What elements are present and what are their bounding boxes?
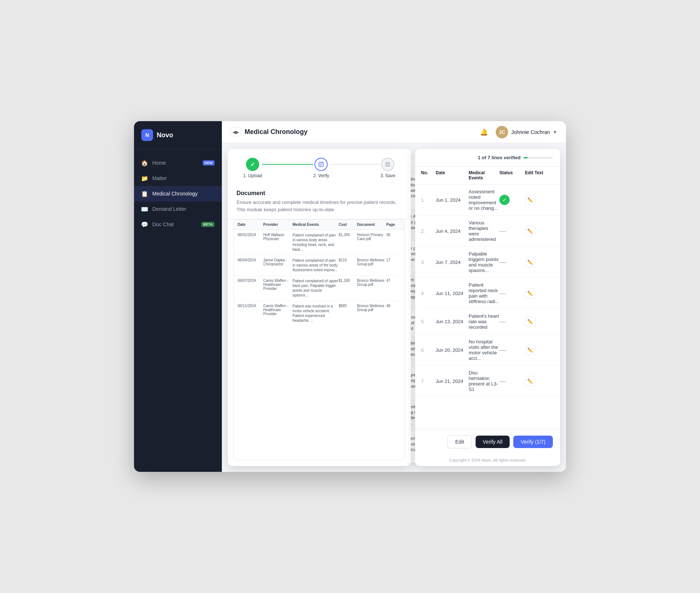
sidebar-item-matter[interactable]: 📁 Matter: [134, 171, 222, 186]
step-upload-label: 1. Upload: [243, 173, 262, 178]
step-verify-circle: [314, 158, 328, 171]
row-edit-icon[interactable]: ✏️: [525, 288, 535, 298]
verify-table-header: No. Date Medical Events Status Edit Text: [415, 167, 560, 184]
edit-button[interactable]: Edit: [447, 435, 472, 448]
table-row: 1. Jun 1, 2024 Assessment noted improvem…: [415, 184, 560, 216]
content-area: Date Provider Medical Events Cost Docume…: [222, 143, 566, 471]
mini-table-preview: Date Provider Medical Events Cost Docume…: [234, 219, 405, 460]
list-item: 06/07/2024 Camis Waffen - Healthcare Pro…: [234, 276, 405, 301]
table-row: 5. Jun 13, 2024 Patient's heart rate was…: [415, 309, 560, 335]
status-cell: —: [499, 346, 525, 354]
app-container: N Novo 🏠 Home NEW 📁 Matter 📋 Medical Chr…: [134, 121, 566, 471]
status-cell: ✓: [499, 195, 525, 205]
step-save: 3. Save: [380, 158, 395, 178]
row-date: Jun 7, 2024: [436, 260, 469, 265]
mini-table-body: 06/01/2024 Hoff Wallace- Physician Patie…: [234, 230, 405, 326]
row-event: Various therapies were administered: [469, 220, 499, 242]
row-edit-icon[interactable]: ✏️: [525, 376, 535, 386]
topbar-right: 🔔 JC Johnnie Cochran ▼: [478, 126, 557, 138]
step-verify-label: 2. Verify: [313, 173, 329, 178]
step-connector-2: [329, 164, 380, 165]
row-date: Jun 21, 2024: [436, 378, 469, 384]
sidebar-item-label: Demand Letter: [152, 206, 186, 212]
row-edit-icon[interactable]: ✏️: [525, 226, 535, 236]
row-event: No hospital visits after the motor vehic…: [469, 339, 499, 361]
document-title: Document: [237, 190, 402, 197]
sidebar-item-doc-chat[interactable]: 💬 Doc Chat BETA: [134, 217, 222, 232]
step-upload: ✓ 1. Upload: [243, 158, 262, 178]
step-connector-1: [262, 164, 313, 165]
verify-count-button[interactable]: Verify (1/7): [513, 436, 553, 448]
demand-letter-icon: ✉️: [141, 206, 148, 212]
new-badge: NEW: [203, 160, 215, 165]
progress-bar: [524, 157, 553, 158]
row-number: 5.: [421, 319, 436, 324]
status-pending-icon: —: [499, 227, 506, 235]
stepper: ✓ 1. Upload: [228, 149, 411, 184]
verify-table: No. Date Medical Events Status Edit Text…: [415, 167, 560, 429]
status-pending-icon: —: [499, 318, 506, 325]
verify-all-button[interactable]: Verify All: [476, 436, 510, 448]
beta-badge: BETA: [201, 222, 215, 227]
table-row: 4. Jun 11, 2024 Patient reported neck pa…: [415, 278, 560, 309]
home-icon: 🏠: [141, 160, 148, 166]
verify-table-body: 1. Jun 1, 2024 Assessment noted improvem…: [415, 184, 560, 397]
row-number: 1.: [421, 197, 436, 203]
table-row: 7. Jun 21, 2024 Disc herniation present …: [415, 366, 560, 397]
row-date: Jun 1, 2024: [436, 197, 469, 203]
user-info[interactable]: JC Johnnie Cochran ▼: [496, 126, 557, 138]
doc-chat-icon: 💬: [141, 221, 148, 228]
table-row: 6. Jun 20, 2024 No hospital visits after…: [415, 335, 560, 366]
row-number: 6.: [421, 347, 436, 353]
sidebar-logo: N Novo: [134, 121, 222, 149]
sidebar-item-home[interactable]: 🏠 Home NEW: [134, 155, 222, 171]
table-row: 2. Jun 4, 2024 Various therapies were ad…: [415, 216, 560, 247]
row-edit-icon[interactable]: ✏️: [525, 257, 535, 267]
topbar: ◀▶ Medical Chronology 🔔 JC Johnnie Cochr…: [222, 121, 566, 143]
matter-icon: 📁: [141, 175, 148, 182]
row-date: Jun 13, 2024: [436, 319, 469, 324]
overlay-panel: ✓ 1. Upload: [222, 143, 566, 471]
verify-header: 1 of 7 lines verified: [415, 149, 560, 167]
svg-rect-5: [387, 163, 388, 164]
row-edit-icon[interactable]: ✏️: [525, 345, 535, 355]
status-cell: —: [499, 290, 525, 297]
nav-back-icon[interactable]: ◀▶: [231, 127, 241, 137]
row-event: Patient's heart rate was recorded: [469, 313, 499, 330]
row-event: Palpable triggem points and muscle spasm…: [469, 251, 499, 273]
sidebar-item-label: Matter: [152, 175, 167, 181]
row-number: 3.: [421, 260, 436, 265]
row-edit-icon[interactable]: ✏️: [525, 195, 535, 205]
status-cell: —: [499, 227, 525, 235]
status-pending-icon: —: [499, 377, 506, 385]
right-card: 1 of 7 lines verified No. Date Medical E…: [415, 149, 560, 466]
list-item: 06/04/2024 Janne Dapka - Chiropractor Pa…: [234, 255, 405, 276]
row-event: Disc herniation present at L3-S1: [469, 370, 499, 392]
list-item: 06/11/2024 Camis Waffen - Healthcare Pro…: [234, 301, 405, 326]
table-row: 3. Jun 7, 2024 Palpable triggem points a…: [415, 247, 560, 278]
row-event: Assessment noted improvement or no chang…: [469, 189, 499, 211]
document-description: Ensure accurate and complete medical tim…: [237, 199, 402, 213]
sidebar-item-medical-chronology[interactable]: 📋 Medical Chronology: [134, 186, 222, 201]
status-verified-icon: ✓: [499, 195, 510, 205]
medical-chronology-icon: 📋: [141, 190, 148, 197]
sidebar-item-label: Home: [152, 160, 166, 166]
avatar: JC: [496, 126, 508, 138]
sidebar-item-demand-letter[interactable]: ✉️ Demand Letter: [134, 201, 222, 217]
mini-table-header: Date Provider Medical Events Cost Docume…: [234, 220, 405, 230]
status-pending-icon: —: [499, 290, 506, 297]
sidebar-item-label: Medical Chronology: [152, 191, 198, 197]
row-date: Jun 20, 2024: [436, 347, 469, 353]
left-card: ✓ 1. Upload: [228, 149, 411, 466]
row-edit-icon[interactable]: ✏️: [525, 317, 535, 327]
document-section: Document Ensure accurate and complete me…: [228, 184, 411, 219]
verified-count: 1 of 7 lines verified: [478, 155, 521, 160]
row-date: Jun 11, 2024: [436, 291, 469, 296]
step-verify: 2. Verify: [313, 158, 329, 178]
status-cell: —: [499, 258, 525, 266]
action-bar: Edit Verify All Verify (1/7): [415, 429, 560, 454]
status-cell: —: [499, 377, 525, 385]
row-number: 4.: [421, 291, 436, 296]
notification-icon[interactable]: 🔔: [478, 126, 490, 138]
logo-icon: N: [141, 129, 153, 141]
